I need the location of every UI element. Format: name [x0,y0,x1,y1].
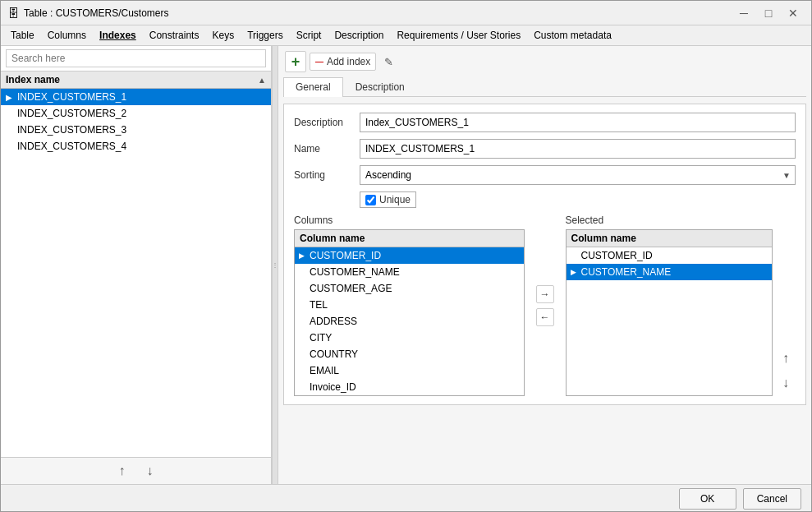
columns-left-panel: Columns Column name ▶ CUSTOMER_ID CUSTOM… [294,214,525,396]
col-row-arrow-icon: ▶ [299,251,305,260]
tabs: General Description [283,77,806,97]
name-label: Name [294,143,360,155]
sorting-wrapper: Ascending Descending ▼ [360,165,796,185]
resize-dots: ⋮ [272,261,278,269]
transfer-right-button[interactable]: → [536,285,554,303]
edit-button[interactable]: ✎ [379,53,397,71]
window-controls: ─ □ ✕ [732,5,805,21]
selected-label: Selected [566,214,773,226]
unique-label: Unique [379,194,411,205]
sorting-select[interactable]: Ascending Descending [360,165,796,185]
left-bottom-controls: ↑ ↓ [1,457,271,484]
list-item[interactable]: INDEX_CUSTOMERS_2 [1,105,271,122]
search-input[interactable] [6,49,266,67]
menu-constraints[interactable]: Constraints [143,28,206,43]
search-box [1,46,271,71]
left-panel: Index name ▲ ▶ INDEX_CUSTOMERS_1 INDEX_C… [1,46,272,484]
col-row[interactable]: CUSTOMER_AGE [295,280,524,297]
col-row[interactable]: Invoice_ID [295,379,524,395]
menu-bar: Table Columns Indexes Constraints Keys T… [1,25,811,46]
menu-description[interactable]: Description [328,28,390,43]
col-row[interactable]: EMAIL [295,362,524,379]
columns-section: Columns Column name ▶ CUSTOMER_ID CUSTOM… [294,214,796,396]
columns-label: Columns [294,214,525,226]
scroll-up-arrow: ▲ [258,76,266,85]
col-row[interactable]: TEL [295,297,524,313]
col-row[interactable]: CUSTOMER_NAME [295,264,524,280]
selected-move-up-button[interactable]: ↑ [776,348,796,368]
close-button[interactable]: ✕ [782,5,805,21]
tab-general[interactable]: General [283,77,343,97]
sorting-row: Sorting Ascending Descending ▼ [294,165,796,185]
list-arrow-icon: ▶ [6,93,12,102]
menu-triggers[interactable]: Triggers [241,28,290,43]
menu-indexes[interactable]: Indexes [93,28,143,43]
unique-checkbox[interactable] [365,195,376,205]
columns-table: Column name ▶ CUSTOMER_ID CUSTOMER_NAME [294,229,525,396]
title-bar: 🗄 Table : CUSTOMERS/Customers ─ □ ✕ [1,1,811,25]
index-list: ▶ INDEX_CUSTOMERS_1 INDEX_CUSTOMERS_2 IN… [1,89,271,457]
menu-requirements[interactable]: Requirements / User Stories [390,28,527,43]
transfer-left-button[interactable]: ← [536,308,554,326]
menu-table[interactable]: Table [4,28,41,43]
bottom-bar: OK Cancel [1,484,811,512]
col-row[interactable]: COUNTRY [295,346,524,362]
menu-keys[interactable]: Keys [205,28,241,43]
minimize-button[interactable]: ─ [732,5,755,21]
name-input[interactable] [360,139,796,159]
main-container: Index name ▲ ▶ INDEX_CUSTOMERS_1 INDEX_C… [1,46,811,484]
title-text: Table : CUSTOMERS/Customers [24,7,732,19]
menu-script[interactable]: Script [290,28,328,43]
menu-columns[interactable]: Columns [41,28,93,43]
col-table-header-right: Column name [567,230,773,247]
col-row-arrow-icon: ▶ [571,268,576,276]
col-table-header-left: Column name [295,230,524,247]
list-header: Index name ▲ [1,71,271,89]
col-row[interactable]: CUSTOMER_ID [567,247,773,264]
add-index-button[interactable]: + [285,51,306,72]
menu-custom-metadata[interactable]: Custom metadata [527,28,618,43]
form-area: Description Name Sorting Ascending Desce… [283,104,806,405]
unique-checkbox-label[interactable]: Unique [360,191,416,208]
selected-move-buttons: ↑ ↓ [776,214,796,396]
col-row[interactable]: ▶ CUSTOMER_NAME [567,264,773,280]
col-row[interactable]: ADDRESS [295,313,524,330]
list-item[interactable]: INDEX_CUSTOMERS_4 [1,138,271,155]
move-down-button[interactable]: ↓ [140,461,160,481]
col-table-body-right: CUSTOMER_ID ▶ CUSTOMER_NAME [567,247,773,395]
ok-button[interactable]: OK [679,488,736,510]
description-label: Description [294,117,360,128]
selected-move-down-button[interactable]: ↓ [776,373,796,393]
cancel-button[interactable]: Cancel [743,488,801,510]
unique-row: Unique [294,191,796,208]
transfer-buttons: → ← [533,214,557,396]
remove-index-button[interactable]: ─ Add index [310,53,376,71]
columns-right-panel: Selected Column name CUSTOMER_ID ▶ [566,214,796,396]
remove-dash-icon: ─ [315,55,323,68]
right-panel: + ─ Add index ✎ General Description Desc… [278,46,811,484]
app-icon: 🗄 [7,7,19,20]
name-row: Name [294,139,796,159]
move-up-button[interactable]: ↑ [112,461,132,481]
col-table-body-left: ▶ CUSTOMER_ID CUSTOMER_NAME CUSTOMER_AGE… [295,247,524,395]
col-row[interactable]: ▶ CUSTOMER_ID [295,247,524,264]
resize-handle[interactable]: ⋮ [272,46,278,484]
description-row: Description [294,113,796,132]
maximize-button[interactable]: □ [757,5,780,21]
list-item[interactable]: INDEX_CUSTOMERS_3 [1,122,271,138]
description-input[interactable] [360,113,796,132]
sorting-label: Sorting [294,169,360,181]
tab-description[interactable]: Description [343,77,417,96]
selected-table: Column name CUSTOMER_ID ▶ CUSTOMER_NAME [566,229,773,396]
toolbar: + ─ Add index ✎ [283,51,806,72]
list-item[interactable]: ▶ INDEX_CUSTOMERS_1 [1,89,271,105]
col-row[interactable]: CITY [295,330,524,346]
